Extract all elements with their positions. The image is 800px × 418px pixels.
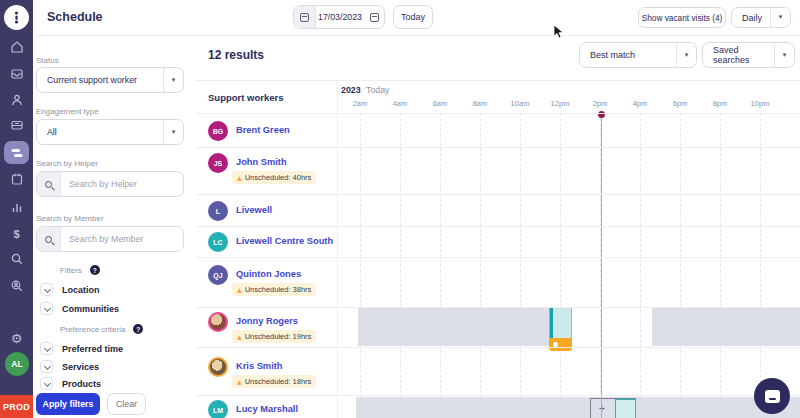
warning-icon: ▲ [237, 287, 242, 293]
settings-gear-icon[interactable]: ⚙ [0, 327, 33, 349]
environment-badge: PROD [0, 395, 33, 418]
hour-label: 10am [511, 99, 530, 108]
preference-criteria-label: Preference criteria? [60, 324, 143, 334]
search-icon [37, 227, 61, 251]
worker-avatar[interactable]: BG [208, 121, 228, 141]
worker-avatar[interactable]: LC [208, 232, 228, 252]
chevron-down-icon[interactable]: ▾ [774, 43, 794, 67]
engagement-type-value: All [37, 127, 163, 137]
calendar-icon[interactable] [294, 6, 316, 28]
hour-label: 2pm [593, 99, 608, 108]
worker-name[interactable]: Kris Smith [236, 361, 283, 371]
plans-icon[interactable] [0, 168, 33, 190]
chevron-down-icon[interactable] [40, 302, 53, 315]
worker-name[interactable]: Lucy Marshall [236, 404, 298, 414]
availability-bar[interactable] [358, 308, 550, 346]
sidebar: $ ⚙ AL PROD [0, 0, 33, 418]
worker-name[interactable]: Livewell [236, 205, 272, 215]
view-mode-dropdown[interactable]: Daily ▾ [731, 7, 791, 28]
engagement-type-dropdown[interactable]: All ▾ [36, 119, 184, 145]
user-avatar[interactable]: AL [5, 352, 29, 376]
sort-dropdown[interactable]: Best match ▾ [579, 42, 697, 68]
search-member-label: Search by Member [36, 214, 104, 223]
help-icon[interactable]: ? [90, 265, 100, 275]
apply-filters-button[interactable]: Apply filters [36, 393, 100, 415]
availability-bar[interactable] [652, 308, 800, 346]
home-icon[interactable] [0, 36, 33, 58]
finance-icon[interactable]: $ [0, 223, 33, 245]
saved-searches-dropdown[interactable]: Saved searches ▾ [702, 42, 795, 68]
availability-bar[interactable] [356, 397, 800, 418]
current-time-line [601, 114, 602, 418]
worker-name[interactable]: Jonny Rogers [236, 316, 298, 326]
filter-group-products[interactable]: Products [40, 377, 101, 390]
sidebar-item-schedule-active[interactable] [4, 141, 29, 164]
worker-name[interactable]: Quinton Jones [236, 269, 301, 279]
search-helper-input[interactable]: Search by Helper [36, 171, 184, 197]
worker-avatar-photo[interactable] [208, 357, 228, 377]
member-search-icon[interactable] [0, 275, 33, 297]
chevron-down-icon[interactable]: ▾ [676, 43, 696, 67]
row-separator [196, 307, 800, 308]
card-top-border [196, 80, 800, 81]
gridline [440, 113, 441, 418]
filter-group-services[interactable]: Services [40, 360, 99, 373]
chevron-down-icon[interactable] [40, 377, 53, 390]
worker-avatar[interactable]: L [208, 201, 228, 221]
gridline [400, 113, 401, 418]
worker-avatar[interactable]: QJ [208, 265, 228, 285]
filter-group-preferred-time[interactable]: Preferred time [40, 342, 123, 355]
app-logo-icon[interactable] [4, 5, 29, 30]
filter-group-location[interactable]: Location [40, 283, 100, 296]
hour-label: 2am [353, 99, 368, 108]
view-mode-value: Daily [732, 13, 770, 23]
calendar-open-icon[interactable] [364, 13, 384, 22]
clear-filters-button[interactable]: Clear [107, 393, 146, 415]
worker-name[interactable]: Brent Green [236, 125, 290, 135]
status-label: Status [36, 56, 59, 65]
worker-avatar-photo[interactable] [208, 312, 228, 332]
row-separator [196, 194, 800, 195]
show-vacant-visits-button[interactable]: Show vacant visits (4) [638, 7, 726, 28]
row-separator [196, 257, 800, 258]
worker-name[interactable]: Livewell Centre South [236, 236, 333, 246]
search-icon[interactable] [0, 248, 33, 270]
hour-label: 8pm [713, 99, 728, 108]
worker-name[interactable]: John Smith [236, 157, 287, 167]
gridline [560, 113, 561, 418]
inbox-icon[interactable] [0, 63, 33, 85]
visit-create-box[interactable]: + [590, 398, 636, 418]
chevron-down-icon[interactable]: ▾ [770, 8, 790, 27]
visit-create-preview[interactable] [615, 399, 636, 418]
chevron-down-icon[interactable] [40, 342, 53, 355]
search-helper-label: Search by Helper [36, 159, 98, 168]
gridline [760, 113, 761, 418]
engagement-type-label: Engagement type [36, 107, 99, 116]
today-button[interactable]: Today [393, 5, 433, 29]
chat-launcher-button[interactable] [754, 378, 790, 414]
hour-label: 4pm [633, 99, 648, 108]
tray-icon[interactable] [0, 114, 33, 136]
status-dropdown[interactable]: Current support worker ▾ [36, 67, 184, 93]
worker-avatar[interactable]: LM [208, 400, 228, 418]
chevron-down-icon[interactable]: ▾ [163, 120, 183, 144]
visit-block-selected-handle[interactable] [549, 338, 572, 351]
reports-icon[interactable] [0, 196, 33, 218]
chevron-down-icon[interactable] [40, 360, 53, 373]
worker-avatar[interactable]: JS [208, 153, 228, 173]
search-member-input[interactable]: Search by Member [36, 226, 184, 252]
date-picker[interactable]: 17/03/2023 [293, 5, 385, 29]
chat-bubble-icon [765, 390, 780, 403]
saved-searches-label: Saved searches [703, 45, 774, 65]
chevron-down-icon[interactable]: ▾ [163, 68, 183, 92]
schedule-timeline[interactable]: 2023 Today 12am 2am 4am 6am 8am 10am 12p… [337, 80, 800, 418]
support-workers-panel: Support workers BG Brent Green JS John S… [196, 80, 337, 418]
row-separator [196, 226, 800, 227]
chevron-down-icon[interactable] [40, 283, 53, 296]
filter-panel: Status Current support worker ▾ Engageme… [36, 36, 194, 418]
visit-block[interactable] [549, 307, 572, 338]
people-icon[interactable] [0, 89, 33, 111]
filter-group-communities[interactable]: Communities [40, 302, 119, 315]
help-icon[interactable]: ? [133, 324, 143, 334]
sort-value: Best match [580, 50, 676, 60]
